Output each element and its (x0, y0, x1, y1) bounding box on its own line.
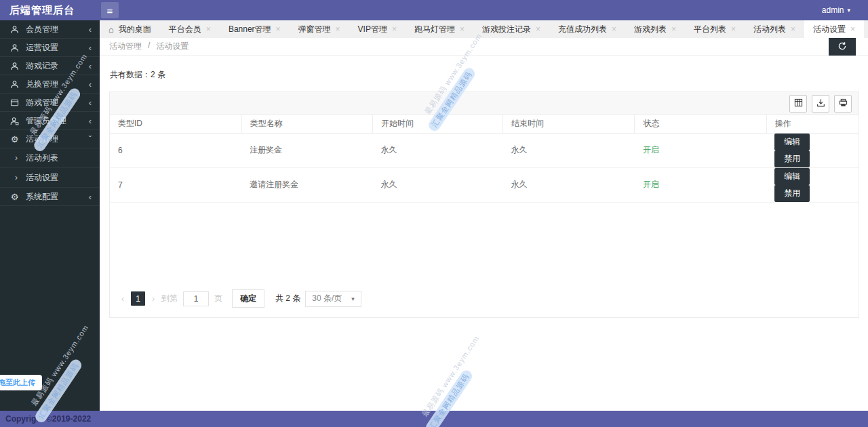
print-icon (839, 98, 848, 109)
user-icon (9, 43, 20, 52)
tab-recharge-success-list[interactable]: 充值成功列表 × (549, 20, 625, 38)
activity-settings-table: 类型ID 类型名称 开始时间 结束时间 状态 操作 6 注册奖金 永久 永久 开 (110, 115, 859, 203)
disable-button[interactable]: 禁用 (774, 150, 810, 167)
tab-activity-list[interactable]: 活动列表 × (745, 20, 804, 38)
close-icon[interactable]: × (206, 24, 211, 34)
filter-columns-button[interactable] (789, 95, 807, 113)
close-icon[interactable]: × (460, 24, 465, 34)
status-badge: 开启 (635, 133, 766, 167)
edit-button[interactable]: 编辑 (774, 134, 810, 150)
table-card: 类型ID 类型名称 开始时间 结束时间 状态 操作 6 注册奖金 永久 永久 开 (109, 92, 859, 318)
tab-platform-list[interactable]: 平台列表 × (685, 20, 745, 38)
tab-platform-members[interactable]: 平台会员 × (160, 20, 220, 38)
chevron-down-icon: ˇ (89, 135, 92, 144)
user-dropdown[interactable]: admin ▾ (822, 5, 850, 15)
close-icon[interactable]: × (671, 24, 676, 34)
confirm-page-button[interactable]: 确定 (232, 289, 264, 308)
user-icon (9, 24, 20, 34)
column-header-type-name: 类型名称 (241, 115, 372, 133)
close-icon[interactable]: × (612, 24, 616, 34)
tab-label: 游戏列表 (634, 24, 667, 35)
tab-my-desktop[interactable]: ⌂ 我的桌面 (100, 20, 160, 38)
sidebar-item-system-config[interactable]: ⚙ 系统配置 ‹ (0, 188, 100, 206)
sidebar-item-admin-management[interactable]: 管理员管理 ‹ (0, 112, 100, 130)
sidebar-item-label: 系统配置 (26, 191, 58, 203)
sidebar-item-game-management[interactable]: 游戏管理 ‹ (0, 94, 100, 112)
chevron-left-icon: ‹ (89, 62, 92, 70)
tab-label: 我的桌面 (119, 24, 151, 35)
pagination: ‹ 1 › 到第 页 确定 共 2 条 30 条/页 ▾ (110, 284, 859, 317)
page-number-input[interactable] (183, 291, 209, 306)
table-empty-space (110, 203, 859, 285)
close-icon[interactable]: × (791, 24, 795, 34)
tab-game-list[interactable]: 游戏列表 × (625, 20, 685, 38)
user-icon (9, 61, 20, 70)
tab-activity-settings[interactable]: 活动设置 × (804, 20, 864, 38)
page-content: 共有数据：2 条 类型ID (100, 56, 868, 318)
export-icon (816, 98, 825, 109)
user-icon (9, 79, 20, 89)
breadcrumb-parent[interactable]: 活动管理 (109, 41, 142, 52)
export-button[interactable] (812, 95, 829, 113)
chevron-left-icon: ‹ (89, 43, 92, 52)
prev-page-icon[interactable]: ‹ (118, 294, 127, 304)
close-icon[interactable]: × (392, 24, 397, 34)
current-page-button[interactable]: 1 (131, 291, 145, 306)
tab-label: Banner管理 (229, 24, 271, 35)
next-page-icon[interactable]: › (149, 294, 158, 304)
select-caret-icon: ▾ (351, 296, 355, 302)
column-header-type-id: 类型ID (110, 115, 241, 133)
close-icon[interactable]: × (336, 24, 340, 34)
tab-label: 活动列表 (753, 24, 786, 35)
tab-label: 跑马灯管理 (414, 24, 455, 35)
print-button[interactable] (834, 95, 852, 113)
total-count-label: 共 2 条 (275, 293, 300, 304)
chevron-left-icon: ‹ (89, 192, 92, 201)
submenu-arrow-icon: › (15, 173, 18, 182)
tab-label: 平台列表 (694, 24, 726, 35)
data-count-text: 共有数据：2 条 (110, 69, 859, 81)
goto-page-label: 到第 (161, 293, 178, 304)
close-icon[interactable]: × (536, 24, 540, 34)
sidebar-item-activity-settings[interactable]: › 活动设置 (0, 168, 100, 188)
tab-label: VIP管理 (358, 24, 387, 35)
hamburger-icon: ≡ (107, 5, 113, 16)
tab-label: 游戏投注记录 (482, 24, 531, 35)
sidebar-item-game-records[interactable]: 游戏记录 ‹ (0, 57, 100, 75)
chevron-left-icon: ‹ (89, 25, 92, 34)
tab-label: 活动设置 (813, 24, 846, 35)
table-row: 6 注册奖金 永久 永久 开启 编辑 禁用 (110, 133, 859, 167)
cell-end-time: 永久 (503, 167, 635, 202)
sidebar-item-activity-list[interactable]: › 活动列表 (0, 148, 100, 168)
breadcrumb: 活动管理 / 活动设置 (109, 41, 189, 52)
chevron-left-icon: ‹ (89, 117, 92, 125)
column-header-actions: 操作 (766, 115, 859, 133)
close-icon[interactable]: × (731, 24, 736, 34)
sidebar-item-label: 活动管理 (26, 134, 58, 145)
cell-start-time: 永久 (372, 133, 502, 167)
cell-type-name: 邀请注册奖金 (241, 167, 372, 202)
username: admin (822, 5, 844, 15)
refresh-button[interactable] (829, 38, 856, 56)
tab-banner-management[interactable]: Banner管理 × (220, 20, 290, 38)
disable-button[interactable]: 禁用 (774, 185, 810, 202)
sidebar-item-activity-management[interactable]: ⚙ 活动管理 ˇ (0, 130, 100, 148)
tab-vip-management[interactable]: VIP管理 × (349, 20, 406, 38)
window-icon (9, 98, 20, 107)
sidebar-item-operations-settings[interactable]: 运营设置 ‹ (0, 39, 100, 57)
tab-popup-management[interactable]: 弹窗管理 × (290, 20, 349, 38)
sidebar-item-exchange-management[interactable]: 兑换管理 ‹ (0, 75, 100, 94)
close-icon[interactable]: × (850, 24, 855, 34)
breadcrumb-row: 活动管理 / 活动设置 (100, 38, 868, 56)
page-size-select[interactable]: 30 条/页 ▾ (305, 291, 361, 307)
drag-upload-hint[interactable]: 拖至此上传 (0, 375, 42, 390)
sidebar-item-member-management[interactable]: 会员管理 ‹ (0, 20, 100, 39)
tab-game-bet-records[interactable]: 游戏投注记录 × (473, 20, 549, 38)
tab-marquee-management[interactable]: 跑马灯管理 × (406, 20, 473, 38)
cell-actions: 编辑 禁用 (766, 133, 859, 167)
table-row: 7 邀请注册奖金 永久 永久 开启 编辑 禁用 (110, 167, 859, 202)
close-icon[interactable]: × (276, 24, 281, 34)
edit-button[interactable]: 编辑 (774, 168, 810, 185)
gear-icon: ⚙ (9, 192, 20, 201)
hamburger-menu-button[interactable]: ≡ (101, 2, 119, 18)
